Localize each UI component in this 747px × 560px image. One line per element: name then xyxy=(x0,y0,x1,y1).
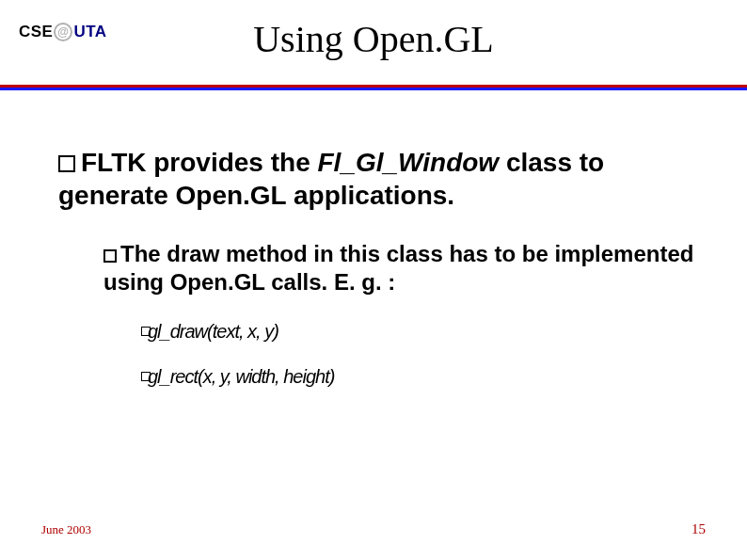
slide: CSE @ UTA Using Open.GL FLTK provides th… xyxy=(0,0,747,560)
square-bullet-icon xyxy=(141,372,151,381)
footer-date: June 2003 xyxy=(41,522,91,537)
footer-page: 15 xyxy=(691,521,706,537)
bullet-level3-b: gl_rect(x, y, width, height) xyxy=(141,364,700,389)
bullet3b-text: gl_rect(x, y, width, height) xyxy=(148,366,334,387)
slide-title: Using Open.GL xyxy=(0,17,747,61)
bullet1-pre: FLTK provides the xyxy=(81,148,318,177)
square-bullet-icon xyxy=(58,155,75,172)
bullet-level3-a: gl_draw(text, x, y) xyxy=(141,319,700,344)
square-bullet-icon xyxy=(103,249,117,263)
header: CSE @ UTA Using Open.GL xyxy=(0,0,747,89)
square-bullet-icon xyxy=(141,327,151,336)
bullet-level2: The draw method in this class has to be … xyxy=(103,240,700,296)
bullet3a-text: gl_draw(text, x, y) xyxy=(148,321,278,342)
bullet1-italic: Fl_Gl_Window xyxy=(318,148,500,177)
footer: June 2003 15 xyxy=(41,521,706,537)
divider-blue xyxy=(0,88,747,90)
content: FLTK provides the Fl_Gl_Window class to … xyxy=(58,146,700,409)
divider xyxy=(0,85,747,90)
bullet-level1: FLTK provides the Fl_Gl_Window class to … xyxy=(58,146,700,212)
bullet2-text: The draw method in this class has to be … xyxy=(103,241,693,295)
